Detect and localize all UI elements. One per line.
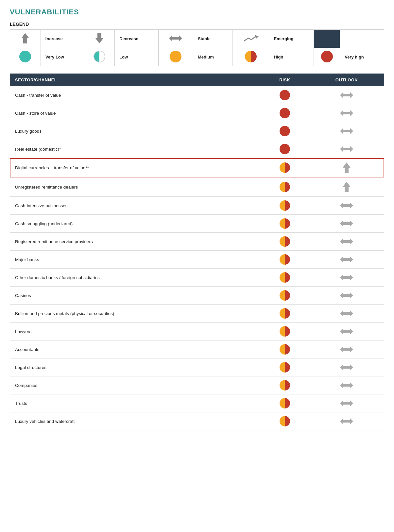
legend-medium-label: Medium: [193, 48, 232, 66]
table-row: Companies: [10, 376, 384, 394]
sector-cell: Major banks: [10, 251, 260, 269]
risk-icon: [280, 416, 290, 426]
svg-marker-1: [95, 33, 103, 43]
outlook-cell: [309, 287, 384, 305]
outlook-cell: [309, 233, 384, 251]
risk-icon: [280, 380, 290, 391]
risk-icon: [280, 290, 290, 301]
legend-high-label: High: [269, 48, 314, 66]
risk-icon: [280, 398, 290, 408]
svg-marker-14: [340, 274, 353, 281]
risk-cell: [260, 215, 309, 233]
risk-cell: [260, 197, 309, 215]
stable-icon: [339, 417, 354, 426]
svg-marker-13: [340, 256, 353, 263]
svg-marker-7: [340, 146, 353, 152]
risk-cell: [260, 341, 309, 358]
table-row: Major banks: [10, 251, 384, 269]
risk-icon: [280, 272, 290, 283]
outlook-cell: [309, 177, 384, 197]
risk-cell: [260, 358, 309, 376]
table-header-row: SECTOR/CHANNEL RISK OUTLOOK: [10, 74, 384, 86]
stable-icon: [339, 381, 354, 390]
risk-icon: [280, 108, 290, 118]
svg-marker-16: [340, 310, 353, 317]
legend-very-high-icon: [314, 48, 340, 66]
outlook-cell: [309, 323, 384, 341]
table-row: Luxury goods: [10, 122, 384, 140]
risk-cell: [260, 412, 309, 430]
outlook-cell: [309, 358, 384, 376]
sector-cell: Real estate (domestic)*: [10, 140, 260, 158]
legend-very-high-label: Very high: [340, 48, 384, 66]
outlook-cell: [309, 122, 384, 140]
table-row: Accountants: [10, 341, 384, 358]
table-row: Trusts: [10, 394, 384, 412]
legend-very-low-label: Very Low: [41, 48, 84, 66]
table-row: Digital currencies – transfer of value**: [10, 158, 384, 177]
svg-marker-12: [340, 238, 353, 245]
table-row: Luxury vehicles and watercraft: [10, 412, 384, 430]
risk-icon: [280, 182, 290, 192]
svg-marker-21: [340, 400, 353, 407]
legend-low-label: Low: [115, 48, 159, 66]
outlook-cell: [309, 376, 384, 394]
svg-marker-8: [343, 162, 351, 173]
outlook-cell: [309, 394, 384, 412]
outlook-cell: [309, 158, 384, 177]
table-row: Cash-intensive businesses: [10, 197, 384, 215]
table-row: Real estate (domestic)*: [10, 140, 384, 158]
svg-marker-18: [340, 346, 353, 353]
risk-icon: [280, 162, 290, 173]
risk-cell: [260, 140, 309, 158]
sector-cell: Other domestic banks / foreign subsidiar…: [10, 269, 260, 287]
risk-icon: [280, 308, 290, 319]
legend-decrease-label: Decrease: [115, 30, 159, 48]
legend-increase-label: Increase: [41, 30, 84, 48]
page-title: VULNERABILITIES: [10, 8, 384, 16]
sector-cell: Digital currencies – transfer of value**: [10, 158, 260, 177]
svg-marker-17: [340, 328, 353, 335]
risk-cell: [260, 305, 309, 323]
stable-icon: [339, 309, 354, 318]
legend-label: LEGEND: [10, 22, 384, 27]
risk-icon: [280, 326, 290, 337]
legend-decrease-icon: [84, 30, 115, 48]
stable-icon: [339, 273, 354, 282]
legend-row-2: Very Low Low Medium High Very high: [10, 48, 384, 66]
svg-marker-15: [340, 292, 353, 299]
sector-cell: Legal structures: [10, 358, 260, 376]
table-row: Legal structures: [10, 358, 384, 376]
outlook-cell: [309, 269, 384, 287]
sector-cell: Casinos: [10, 287, 260, 305]
outlook-cell: [309, 251, 384, 269]
col-risk: RISK: [260, 74, 309, 86]
table-row: Unregistered remittance dealers: [10, 177, 384, 197]
stable-icon: [339, 108, 354, 118]
svg-marker-22: [340, 418, 353, 424]
risk-icon: [280, 126, 290, 136]
outlook-cell: [309, 305, 384, 323]
sector-cell: Lawyers: [10, 323, 260, 341]
svg-marker-2: [169, 35, 182, 42]
legend-low-icon: [84, 48, 115, 66]
stable-icon: [339, 345, 354, 354]
legend-stable-label: Stable: [193, 30, 232, 48]
outlook-cell: [309, 104, 384, 122]
stable-icon: [339, 291, 354, 300]
risk-icon: [280, 344, 290, 355]
stable-icon: [339, 144, 354, 154]
risk-cell: [260, 251, 309, 269]
risk-icon: [280, 236, 290, 247]
outlook-cell: [309, 341, 384, 358]
risk-icon: [280, 254, 290, 265]
svg-marker-4: [340, 92, 353, 98]
table-row: Cash - transfer of value: [10, 86, 384, 104]
risk-icon: [280, 218, 290, 229]
risk-cell: [260, 122, 309, 140]
risk-cell: [260, 177, 309, 197]
stable-icon: [339, 126, 354, 136]
sector-cell: Luxury vehicles and watercraft: [10, 412, 260, 430]
stable-icon: [339, 363, 354, 372]
sector-cell: Companies: [10, 376, 260, 394]
